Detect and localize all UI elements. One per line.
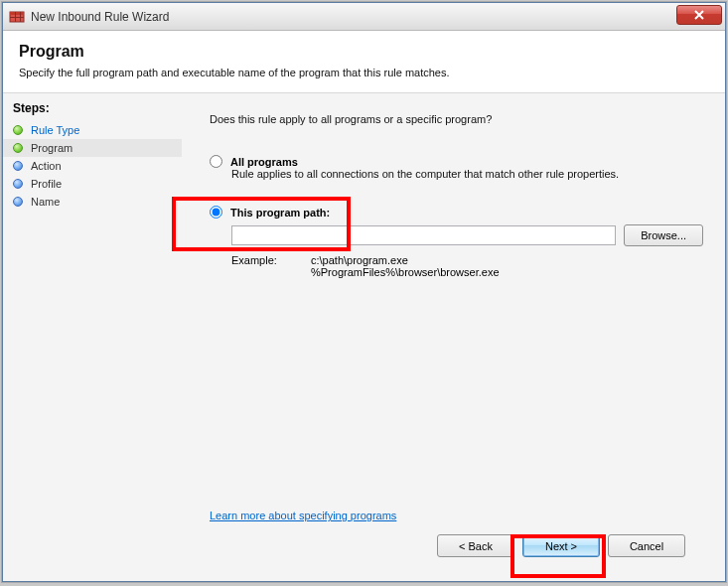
steps-sidebar: Steps: Rule Type Program Action Profile …: [3, 93, 182, 581]
learn-more-row: Learn more about specifying programs: [210, 489, 703, 522]
option-all-programs: All programs Rule applies to all connect…: [210, 155, 703, 180]
bullet-icon: [13, 197, 23, 207]
firewall-icon: [9, 9, 25, 25]
close-button[interactable]: [676, 5, 722, 25]
wizard-footer: < Back Next > Cancel: [210, 522, 703, 571]
next-button[interactable]: Next >: [522, 534, 600, 557]
wizard-body: Steps: Rule Type Program Action Profile …: [3, 93, 725, 581]
bullet-icon: [13, 143, 23, 153]
cancel-button[interactable]: Cancel: [608, 534, 685, 557]
step-label: Name: [31, 196, 60, 208]
example-label: Example:: [231, 254, 311, 278]
svg-rect-2: [10, 17, 24, 18]
radio-this-program-path[interactable]: [210, 206, 222, 219]
radio-all-programs[interactable]: [210, 155, 222, 168]
step-profile: Profile: [3, 175, 182, 193]
svg-rect-3: [15, 12, 16, 22]
window-title: New Inbound Rule Wizard: [31, 10, 676, 24]
wizard-header: Program Specify the full program path an…: [3, 31, 725, 93]
option-label: This program path:: [230, 207, 330, 219]
titlebar: New Inbound Rule Wizard: [3, 3, 725, 31]
svg-rect-4: [20, 12, 21, 22]
page-subtitle: Specify the full program path and execut…: [19, 67, 709, 78]
program-path-input[interactable]: [231, 225, 616, 245]
option-this-program-path: This program path: Browse... Example: c:…: [210, 206, 703, 278]
step-name: Name: [3, 193, 182, 211]
learn-more-link[interactable]: Learn more about specifying programs: [210, 510, 396, 521]
steps-heading: Steps:: [3, 101, 182, 121]
option-desc: Rule applies to all connections on the c…: [231, 168, 703, 180]
option-label: All programs: [230, 156, 298, 168]
bullet-icon: [13, 125, 23, 135]
bullet-icon: [13, 179, 23, 189]
step-action: Action: [3, 157, 182, 175]
step-label: Program: [31, 142, 73, 154]
step-label: Profile: [31, 178, 62, 190]
step-program: Program: [3, 139, 182, 157]
back-button[interactable]: < Back: [437, 534, 514, 557]
step-rule-type[interactable]: Rule Type: [3, 121, 182, 139]
svg-rect-1: [10, 12, 24, 15]
wizard-window: New Inbound Rule Wizard Program Specify …: [2, 2, 726, 582]
wizard-content: Does this rule apply to all programs or …: [182, 93, 725, 581]
example-value: c:\path\program.exe %ProgramFiles%\brows…: [311, 254, 500, 278]
browse-button[interactable]: Browse...: [624, 224, 703, 246]
close-icon: [693, 10, 705, 20]
question-text: Does this rule apply to all programs or …: [210, 113, 703, 125]
page-title: Program: [19, 43, 709, 61]
bullet-icon: [13, 161, 23, 171]
step-label[interactable]: Rule Type: [31, 124, 79, 136]
step-label: Action: [31, 160, 62, 172]
